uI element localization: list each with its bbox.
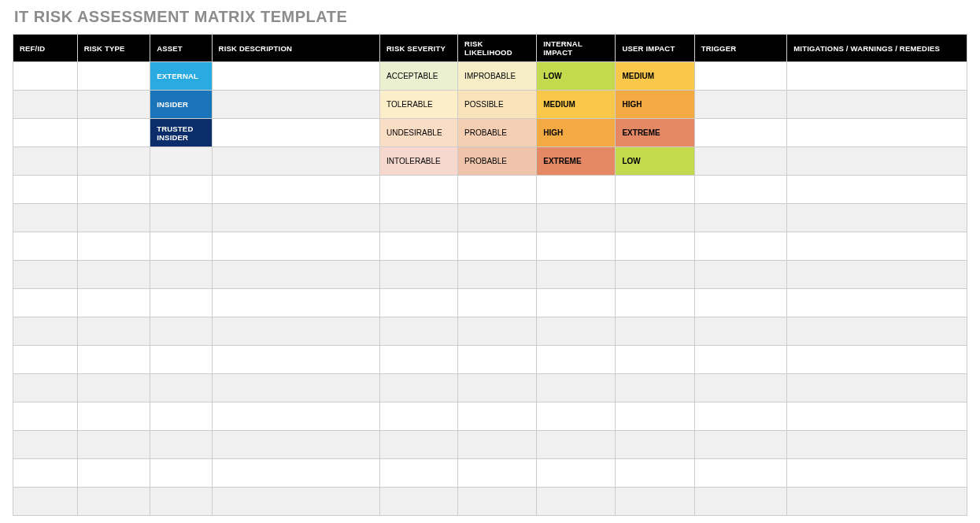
cell-asset[interactable] [150,431,212,459]
cell-ref[interactable] [13,261,78,289]
cell-trigger[interactable] [694,317,787,346]
cell-likelihood[interactable] [458,346,537,374]
cell-ref[interactable] [13,176,78,204]
cell-severity[interactable] [380,261,458,289]
cell-user[interactable] [616,232,694,261]
cell-ref[interactable] [13,431,78,459]
cell-user[interactable] [616,459,694,488]
cell-asset[interactable] [150,204,212,232]
cell-severity[interactable]: ACCEPTABLE [380,62,458,91]
cell-trigger[interactable] [694,204,787,232]
cell-internal[interactable] [537,346,616,374]
cell-likelihood[interactable]: IMPROBABLE [458,62,537,91]
cell-mitigations[interactable] [787,488,967,516]
cell-asset[interactable] [150,346,212,374]
cell-internal[interactable]: LOW [537,62,616,91]
cell-likelihood[interactable]: PROBABLE [458,147,537,176]
cell-asset[interactable]: INSIDER [150,91,212,119]
cell-internal[interactable] [537,459,616,488]
cell-ref[interactable] [13,204,78,232]
cell-mitigations[interactable] [787,289,967,317]
cell-ref[interactable] [13,62,78,91]
cell-internal[interactable]: HIGH [537,119,616,147]
cell-mitigations[interactable] [787,91,967,119]
cell-user[interactable] [616,402,694,431]
cell-type[interactable] [77,204,150,232]
cell-mitigations[interactable] [787,402,967,431]
cell-desc[interactable] [212,232,379,261]
cell-desc[interactable] [212,317,379,346]
cell-mitigations[interactable] [787,232,967,261]
cell-mitigations[interactable] [787,176,967,204]
cell-asset[interactable] [150,176,212,204]
cell-desc[interactable] [212,402,379,431]
cell-trigger[interactable] [694,232,787,261]
cell-user[interactable] [616,374,694,402]
cell-user[interactable]: HIGH [616,91,694,119]
cell-type[interactable] [77,289,150,317]
cell-user[interactable] [616,204,694,232]
cell-severity[interactable] [380,431,458,459]
cell-likelihood[interactable] [458,232,537,261]
cell-internal[interactable] [537,402,616,431]
cell-user[interactable] [616,346,694,374]
cell-trigger[interactable] [694,176,787,204]
cell-severity[interactable]: TOLERABLE [380,91,458,119]
cell-desc[interactable] [212,204,379,232]
cell-severity[interactable] [380,317,458,346]
cell-mitigations[interactable] [787,317,967,346]
cell-mitigations[interactable] [787,431,967,459]
cell-type[interactable] [77,261,150,289]
cell-type[interactable] [77,459,150,488]
cell-ref[interactable] [13,147,78,176]
cell-type[interactable] [77,402,150,431]
cell-asset[interactable]: TRUSTED INSIDER [150,119,212,147]
cell-mitigations[interactable] [787,459,967,488]
cell-asset[interactable] [150,488,212,516]
cell-type[interactable] [77,91,150,119]
cell-ref[interactable] [13,488,78,516]
cell-asset[interactable] [150,317,212,346]
cell-mitigations[interactable] [787,374,967,402]
cell-severity[interactable] [380,346,458,374]
cell-desc[interactable] [212,147,379,176]
cell-trigger[interactable] [694,374,787,402]
cell-type[interactable] [77,431,150,459]
cell-internal[interactable] [537,261,616,289]
cell-severity[interactable] [380,176,458,204]
cell-likelihood[interactable] [458,176,537,204]
cell-desc[interactable] [212,459,379,488]
cell-type[interactable] [77,119,150,147]
cell-type[interactable] [77,317,150,346]
cell-trigger[interactable] [694,346,787,374]
cell-trigger[interactable] [694,147,787,176]
cell-desc[interactable] [212,119,379,147]
cell-severity[interactable] [380,289,458,317]
cell-mitigations[interactable] [787,119,967,147]
cell-asset[interactable] [150,459,212,488]
cell-internal[interactable]: EXTREME [537,147,616,176]
cell-asset[interactable] [150,289,212,317]
cell-desc[interactable] [212,176,379,204]
cell-desc[interactable] [212,431,379,459]
cell-type[interactable] [77,488,150,516]
cell-asset[interactable]: EXTERNAL [150,62,212,91]
cell-type[interactable] [77,176,150,204]
cell-likelihood[interactable] [458,204,537,232]
cell-severity[interactable] [380,232,458,261]
cell-severity[interactable] [380,488,458,516]
cell-trigger[interactable] [694,459,787,488]
cell-trigger[interactable] [694,431,787,459]
cell-mitigations[interactable] [787,346,967,374]
cell-user[interactable]: EXTREME [616,119,694,147]
cell-internal[interactable] [537,317,616,346]
cell-likelihood[interactable] [458,459,537,488]
cell-severity[interactable] [380,402,458,431]
cell-internal[interactable] [537,431,616,459]
cell-likelihood[interactable] [458,289,537,317]
cell-desc[interactable] [212,91,379,119]
cell-type[interactable] [77,62,150,91]
cell-mitigations[interactable] [787,204,967,232]
cell-trigger[interactable] [694,62,787,91]
cell-user[interactable] [616,317,694,346]
